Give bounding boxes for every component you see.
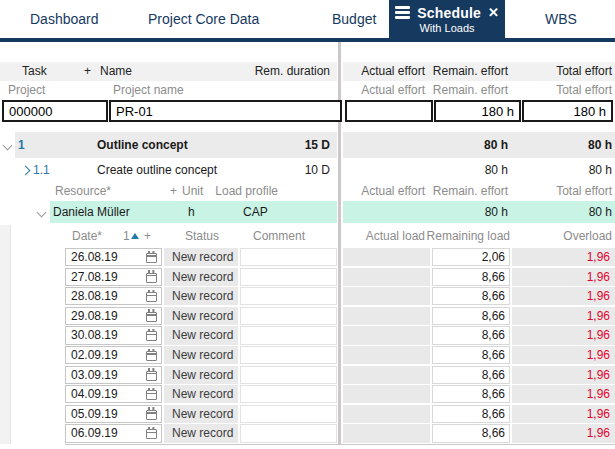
- date-cell[interactable]: 29.08.19: [65, 307, 162, 325]
- date-value: 06.09.19: [71, 426, 118, 440]
- add-resource-button[interactable]: +: [170, 183, 177, 200]
- comment-cell[interactable]: [240, 268, 337, 286]
- comment-cell[interactable]: [240, 424, 337, 442]
- date-row: 26.08.19 New record 2,06 1,96: [0, 248, 615, 268]
- comment-cell[interactable]: [240, 346, 337, 364]
- date-cell[interactable]: 27.08.19: [65, 268, 162, 286]
- remaining-load-cell[interactable]: 8,66: [432, 424, 510, 442]
- add-task-column-button[interactable]: +: [84, 62, 91, 81]
- task-row-1-bg-right: [343, 132, 615, 158]
- remaining-load-value: 8,66: [482, 348, 505, 362]
- calendar-icon[interactable]: [146, 273, 157, 283]
- comment-cell[interactable]: [240, 405, 337, 423]
- calendar-icon[interactable]: [146, 292, 157, 302]
- chevron-down-icon[interactable]: [37, 208, 47, 218]
- status-value: New record: [172, 407, 233, 421]
- resource-name[interactable]: Daniela Müller: [53, 201, 130, 223]
- tab-wbs[interactable]: WBS: [545, 11, 577, 27]
- resource-row-highlight-right: [343, 201, 615, 223]
- sort-order-number[interactable]: 1: [123, 225, 130, 247]
- actual-load-cell[interactable]: [343, 307, 430, 325]
- remaining-load-cell[interactable]: 8,66: [432, 268, 510, 286]
- remaining-load-cell[interactable]: 8,66: [432, 346, 510, 364]
- actual-load-cell[interactable]: [343, 405, 430, 423]
- tab-dashboard[interactable]: Dashboard: [30, 11, 99, 27]
- calendar-icon[interactable]: [146, 331, 157, 341]
- date-cell[interactable]: 02.09.19: [65, 346, 162, 364]
- status-cell[interactable]: New record: [164, 326, 238, 344]
- comment-cell[interactable]: [240, 326, 337, 344]
- project-name-field[interactable]: PR-01: [109, 100, 342, 122]
- status-cell[interactable]: New record: [164, 287, 238, 305]
- actual-load-cell[interactable]: [343, 287, 430, 305]
- overload-cell: 1,96: [512, 385, 615, 403]
- calendar-icon[interactable]: [146, 429, 157, 439]
- remaining-load-cell[interactable]: 2,06: [432, 248, 510, 266]
- calendar-icon[interactable]: [146, 253, 157, 263]
- date-cell[interactable]: 26.08.19: [65, 248, 162, 266]
- task-name[interactable]: Outline concept: [97, 132, 188, 158]
- chevron-down-icon[interactable]: [3, 141, 13, 151]
- col-remain-effort-label: Remain. effort: [433, 62, 508, 81]
- menu-icon[interactable]: [395, 6, 410, 19]
- project-actual-effort-field[interactable]: [345, 100, 433, 122]
- comment-cell[interactable]: [240, 287, 337, 305]
- sort-ascending-icon[interactable]: [131, 233, 139, 239]
- date-cell[interactable]: 04.09.19: [65, 385, 162, 403]
- status-cell[interactable]: New record: [164, 268, 238, 286]
- actual-load-cell[interactable]: [343, 385, 430, 403]
- actual-load-cell[interactable]: [343, 346, 430, 364]
- project-id-field[interactable]: 000000: [2, 100, 108, 122]
- remaining-load-cell[interactable]: 8,66: [432, 287, 510, 305]
- status-cell[interactable]: New record: [164, 424, 238, 442]
- task-total-effort: 80 h: [588, 132, 612, 158]
- sub-actual-effort-label: Actual effort: [361, 81, 425, 99]
- comment-cell[interactable]: [240, 248, 337, 266]
- tab-project-core-data[interactable]: Project Core Data: [148, 11, 259, 27]
- subtask-total-effort: 80 h: [589, 159, 612, 181]
- chevron-right-icon[interactable]: [21, 166, 31, 176]
- close-tab-icon[interactable]: ✕: [488, 6, 499, 19]
- date-cell[interactable]: 06.09.19: [65, 424, 162, 442]
- subtask-name[interactable]: Create outline concept: [97, 159, 217, 181]
- calendar-icon[interactable]: [146, 351, 157, 361]
- calendar-icon[interactable]: [146, 410, 157, 420]
- remaining-load-cell[interactable]: 8,66: [432, 326, 510, 344]
- calendar-icon[interactable]: [146, 371, 157, 381]
- comment-cell[interactable]: [240, 366, 337, 384]
- remaining-load-cell[interactable]: 8,66: [432, 385, 510, 403]
- date-cell[interactable]: 03.09.19: [65, 366, 162, 384]
- col-status-label: Status: [185, 225, 219, 247]
- status-cell[interactable]: New record: [164, 405, 238, 423]
- tab-schedule[interactable]: Schedule ✕ With Loads: [389, 0, 505, 38]
- col-unit-label: Unit: [182, 183, 203, 200]
- date-cell[interactable]: 30.08.19: [65, 326, 162, 344]
- comment-cell[interactable]: [240, 307, 337, 325]
- remaining-load-cell[interactable]: 8,66: [432, 405, 510, 423]
- remaining-load-cell[interactable]: 8,66: [432, 366, 510, 384]
- date-cell[interactable]: 05.09.19: [65, 405, 162, 423]
- status-cell[interactable]: New record: [164, 366, 238, 384]
- project-total-effort-field[interactable]: 180 h: [522, 100, 613, 122]
- add-date-row-button[interactable]: +: [144, 225, 151, 247]
- remaining-load-cell[interactable]: 8,66: [432, 307, 510, 325]
- actual-load-cell[interactable]: [343, 424, 430, 442]
- comment-cell[interactable]: [240, 385, 337, 403]
- date-value: 30.08.19: [71, 328, 118, 342]
- project-remain-effort-field[interactable]: 180 h: [434, 100, 521, 122]
- calendar-icon[interactable]: [146, 312, 157, 322]
- calendar-icon[interactable]: [146, 390, 157, 400]
- actual-load-cell[interactable]: [343, 366, 430, 384]
- col-task-label: Task: [22, 62, 47, 81]
- status-cell[interactable]: New record: [164, 307, 238, 325]
- date-row: 30.08.19 New record 8,66 1,96: [0, 326, 615, 346]
- actual-load-cell[interactable]: [343, 326, 430, 344]
- status-cell[interactable]: New record: [164, 248, 238, 266]
- status-cell[interactable]: New record: [164, 346, 238, 364]
- date-cell[interactable]: 28.08.19: [65, 287, 162, 305]
- overload-value: 1,96: [587, 368, 610, 382]
- actual-load-cell[interactable]: [343, 268, 430, 286]
- tab-budget[interactable]: Budget: [332, 11, 376, 27]
- actual-load-cell[interactable]: [343, 248, 430, 266]
- status-cell[interactable]: New record: [164, 385, 238, 403]
